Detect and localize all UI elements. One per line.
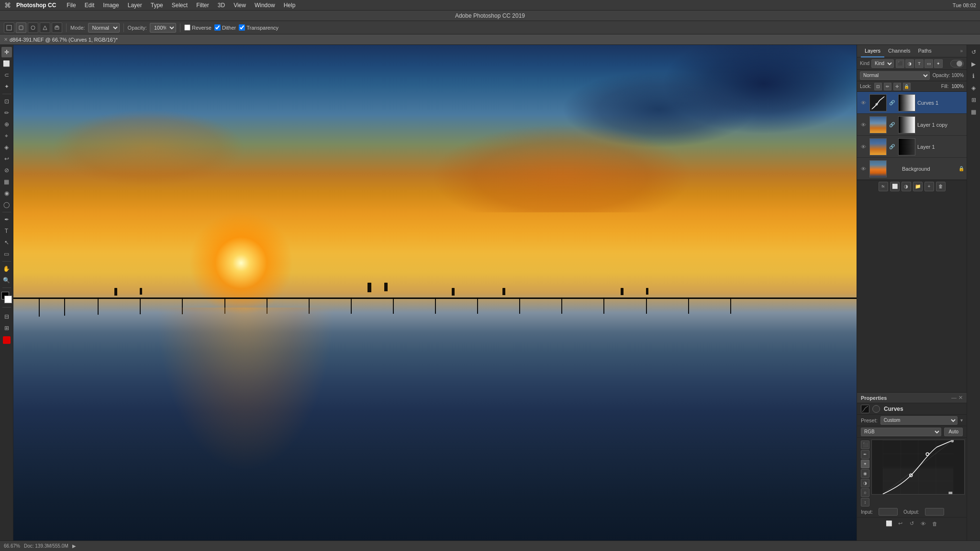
filter-toggle[interactable]: [950, 60, 964, 67]
spot-heal-tool[interactable]: ⊕: [1, 119, 12, 130]
path-select-tool[interactable]: ↖: [1, 237, 12, 248]
brush-tool[interactable]: ⌖: [1, 131, 12, 141]
swatches-icon[interactable]: ⊞: [969, 95, 979, 105]
dither-checkbox[interactable]: Dither: [214, 24, 236, 31]
layer-visibility-curves1[interactable]: 👁: [859, 99, 868, 107]
menu-help[interactable]: Help: [280, 0, 300, 11]
lasso-tool[interactable]: ⊂: [1, 70, 12, 80]
menu-view[interactable]: View: [230, 0, 250, 11]
add-group-button[interactable]: 📁: [913, 182, 923, 191]
clip-to-layer-button[interactable]: ⬜: [884, 519, 894, 529]
move-tool[interactable]: ✛: [1, 47, 12, 57]
transparency-checkbox[interactable]: Transparency: [239, 24, 278, 31]
layer-item-background[interactable]: 👁 Background 🔒: [857, 158, 967, 180]
history-icon[interactable]: ↺: [969, 47, 979, 57]
close-tab-button[interactable]: ✕: [4, 37, 8, 42]
menu-edit[interactable]: Edit: [81, 0, 99, 11]
filter-shape-icon[interactable]: ▭: [924, 59, 933, 68]
tab-paths[interactable]: Paths: [914, 45, 935, 57]
color-swatches[interactable]: [1, 292, 12, 305]
quick-mask-tool[interactable]: ⊟: [1, 311, 12, 322]
screen-mode[interactable]: ⊞: [1, 323, 12, 333]
layer-item-layer1[interactable]: 👁 🔗 Layer 1: [857, 136, 967, 158]
menu-type[interactable]: Type: [147, 0, 167, 11]
curve-midtone-tool[interactable]: ◑: [861, 479, 869, 487]
curve-eyedropper-tool[interactable]: ⬛: [861, 441, 869, 449]
add-layer-button[interactable]: +: [924, 182, 934, 191]
info-icon[interactable]: ℹ: [969, 71, 979, 81]
menu-select[interactable]: Select: [168, 0, 191, 11]
filter-pixel-icon[interactable]: ⬛: [896, 59, 904, 68]
menu-3d[interactable]: 3D: [214, 0, 229, 11]
preset-select[interactable]: Custom: [880, 416, 958, 425]
pen-tool[interactable]: ✒: [1, 214, 12, 225]
view-previous-button[interactable]: ↩: [896, 519, 905, 529]
eraser-tool[interactable]: ⊘: [1, 165, 12, 176]
menu-window[interactable]: Window: [251, 0, 279, 11]
menu-filter[interactable]: Filter: [192, 0, 213, 11]
marquee-tool[interactable]: ⬜: [1, 58, 12, 69]
lock-transparent-icon[interactable]: ⊡: [874, 83, 882, 90]
app-name[interactable]: Photoshop CC: [16, 2, 56, 9]
lock-move-icon[interactable]: ✛: [893, 83, 901, 90]
tool-option-4[interactable]: [52, 22, 62, 33]
curve-graph-container[interactable]: [871, 440, 965, 507]
eyedropper-tool[interactable]: ✏: [1, 108, 12, 118]
opacity-select[interactable]: 100%: [150, 23, 176, 33]
menu-layer[interactable]: Layer: [124, 0, 146, 11]
curve-select-tool[interactable]: ✒: [861, 450, 869, 459]
tool-option-2[interactable]: [28, 22, 38, 33]
mode-select[interactable]: Normal: [88, 23, 120, 33]
zoom-tool[interactable]: 🔍: [1, 275, 12, 286]
color-icon[interactable]: ◈: [969, 83, 979, 93]
curve-shadow-tool[interactable]: ◉: [861, 469, 869, 478]
background-color[interactable]: [4, 296, 12, 303]
layer-visibility-copy[interactable]: 👁: [859, 121, 868, 129]
reset-button[interactable]: ↺: [907, 519, 917, 529]
filter-adjust-icon[interactable]: ◑: [905, 59, 914, 68]
filter-type-icon[interactable]: T: [915, 59, 924, 68]
tool-option-1[interactable]: [16, 22, 26, 33]
filter-smart-icon[interactable]: ✦: [934, 59, 943, 68]
delete-button[interactable]: 🗑: [930, 519, 940, 529]
filter-kind-select[interactable]: Kind: [871, 59, 894, 68]
visibility-button[interactable]: 👁: [919, 519, 928, 529]
gradient-panel-icon[interactable]: ▦: [969, 107, 979, 117]
output-value[interactable]: [925, 508, 944, 516]
crop-tool[interactable]: ⊡: [1, 96, 12, 107]
layer-visibility-bg[interactable]: 👁: [859, 165, 868, 173]
layer-item-curves1[interactable]: 👁 🔗 Curves 1: [857, 92, 967, 114]
layer-item-copy[interactable]: 👁 🔗 Layer 1 copy: [857, 114, 967, 136]
opacity-value[interactable]: 100%: [951, 73, 964, 78]
fill-value[interactable]: 100%: [951, 84, 964, 89]
clone-tool[interactable]: ◈: [1, 142, 12, 153]
shape-tool[interactable]: ▭: [1, 249, 12, 259]
add-adjustment-button[interactable]: ◑: [902, 182, 911, 191]
tab-channels[interactable]: Channels: [884, 45, 914, 57]
add-mask-button[interactable]: ⬜: [890, 182, 900, 191]
gradient-tool[interactable]: ▦: [1, 176, 12, 187]
curve-graph-svg[interactable]: [871, 440, 965, 495]
blur-tool[interactable]: ◉: [1, 188, 12, 198]
reverse-checkbox[interactable]: Reverse: [184, 24, 212, 31]
layer-visibility-layer1[interactable]: 👁: [859, 143, 868, 151]
lock-brush-icon[interactable]: ✏: [884, 83, 891, 90]
lock-all-icon[interactable]: 🔒: [903, 83, 911, 90]
history-brush-tool[interactable]: ↩: [1, 154, 12, 164]
channel-select[interactable]: RGB: [861, 428, 941, 436]
curve-add-point-tool[interactable]: +: [861, 460, 869, 468]
input-value[interactable]: [879, 508, 898, 516]
tool-option-3[interactable]: [40, 22, 50, 33]
play-icon[interactable]: ▶: [969, 59, 979, 69]
quick-select-tool[interactable]: ✦: [1, 81, 12, 92]
delete-layer-button[interactable]: 🗑: [936, 182, 946, 191]
panel-expand-icon[interactable]: »: [960, 48, 963, 54]
type-tool[interactable]: T: [1, 226, 12, 236]
curve-hand-tool[interactable]: ↕: [861, 498, 869, 507]
curve-highlight-tool[interactable]: ○: [861, 488, 869, 497]
auto-button[interactable]: Auto: [944, 428, 963, 436]
document-tab[interactable]: ✕ d864-391.NEF @ 66.7% (Curves 1, RGB/16…: [0, 34, 980, 45]
canvas-area[interactable]: [13, 45, 857, 540]
tab-layers[interactable]: Layers: [861, 45, 884, 57]
properties-close-icon[interactable]: ✕: [958, 395, 963, 401]
